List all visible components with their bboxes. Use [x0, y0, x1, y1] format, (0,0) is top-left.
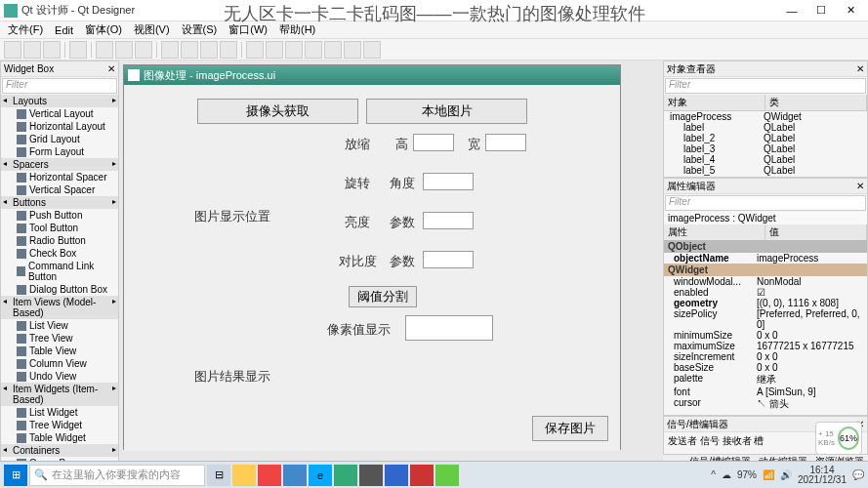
- tool-d[interactable]: [220, 41, 237, 59]
- prop-col-value[interactable]: 值: [765, 224, 867, 240]
- minimize-button[interactable]: —: [778, 2, 806, 20]
- widget-group[interactable]: Spacers: [1, 158, 118, 171]
- property-editor-filter[interactable]: Filter: [665, 195, 866, 211]
- property-row[interactable]: geometry[(0, 0), 1116 x 808]: [664, 298, 867, 308]
- obj-col-class[interactable]: 类: [765, 95, 867, 110]
- widget-group[interactable]: Buttons: [1, 196, 118, 209]
- widget-item[interactable]: Check Box: [1, 247, 118, 260]
- tool-k[interactable]: [363, 41, 381, 59]
- widget-item[interactable]: Command Link Button: [1, 260, 118, 283]
- widget-item[interactable]: Tree View: [1, 332, 118, 345]
- object-inspector-filter[interactable]: Filter: [665, 78, 866, 94]
- obj-col-object[interactable]: 对象: [664, 95, 765, 110]
- tool-save[interactable]: [43, 41, 61, 59]
- designer-window-titlebar[interactable]: 图像处理 - imageProcess.ui: [124, 65, 620, 85]
- taskbar-app-9[interactable]: [435, 465, 459, 486]
- widget-item[interactable]: Horizontal Layout: [1, 120, 118, 133]
- maximize-button[interactable]: ☐: [807, 2, 835, 20]
- tool-j[interactable]: [344, 41, 361, 59]
- tool-h[interactable]: [305, 41, 322, 59]
- tool-copy[interactable]: [115, 41, 133, 59]
- prop-group-qwidget[interactable]: QWidget: [664, 264, 867, 276]
- tool-undo[interactable]: [69, 41, 87, 59]
- widget-box-filter[interactable]: Filter: [2, 78, 117, 94]
- taskbar-app-2[interactable]: [258, 465, 281, 486]
- menu-file[interactable]: 文件(F): [4, 22, 47, 37]
- property-row[interactable]: objectNameimageProcess: [664, 253, 867, 264]
- widget-item[interactable]: Push Button: [1, 209, 118, 222]
- widget-item[interactable]: Column View: [1, 357, 118, 370]
- widget-group[interactable]: Containers: [1, 444, 118, 457]
- save-image-button[interactable]: 保存图片: [532, 416, 608, 441]
- object-row[interactable]: labelQLabel: [664, 122, 867, 133]
- tool-a[interactable]: [161, 41, 179, 59]
- widget-item[interactable]: List Widget: [1, 406, 118, 419]
- taskbar-app-1[interactable]: [232, 465, 256, 486]
- tool-paste[interactable]: [135, 41, 152, 59]
- tool-new[interactable]: [4, 41, 21, 59]
- tool-cut[interactable]: [96, 41, 113, 59]
- widget-item[interactable]: Tool Button: [1, 222, 118, 234]
- pixel-value-box[interactable]: [405, 315, 493, 341]
- width-input[interactable]: [485, 134, 526, 151]
- widget-group[interactable]: Layouts: [1, 95, 118, 107]
- taskbar-app-5[interactable]: [334, 465, 357, 486]
- widget-group[interactable]: Item Widgets (Item-Based): [1, 383, 118, 406]
- widget-item[interactable]: Vertical Spacer: [1, 183, 118, 196]
- prop-col-name[interactable]: 属性: [664, 224, 765, 240]
- tool-c[interactable]: [200, 41, 218, 59]
- threshold-button[interactable]: 阈值分割: [349, 286, 417, 307]
- property-row[interactable]: fontA [SimSun, 9]: [664, 386, 867, 397]
- taskbar-app-6[interactable]: [359, 465, 383, 486]
- property-row[interactable]: sizePolicy[Preferred, Preferred, 0, 0]: [664, 308, 867, 330]
- property-row[interactable]: palette继承: [664, 373, 867, 386]
- widget-item[interactable]: Radio Button: [1, 234, 118, 247]
- widget-item[interactable]: Horizontal Spacer: [1, 171, 118, 183]
- object-row[interactable]: label_5QLabel: [664, 165, 867, 176]
- widget-item[interactable]: Tree Widget: [1, 419, 118, 431]
- start-button[interactable]: ⊞: [4, 465, 27, 486]
- tool-g[interactable]: [285, 41, 303, 59]
- object-row[interactable]: label_2QLabel: [664, 133, 867, 143]
- widget-item[interactable]: Dialog Button Box: [1, 283, 118, 296]
- taskbar-app-4[interactable]: e: [309, 465, 332, 486]
- prop-group-qobject[interactable]: QObject: [664, 240, 867, 253]
- property-editor-close-icon[interactable]: ✕: [856, 181, 864, 191]
- widget-item[interactable]: List View: [1, 319, 118, 332]
- widget-box-close-icon[interactable]: ✕: [107, 63, 115, 74]
- property-row[interactable]: windowModal...NonModal: [664, 276, 867, 287]
- close-button[interactable]: ✕: [837, 2, 864, 20]
- property-row[interactable]: minimumSize0 x 0: [664, 330, 867, 341]
- widget-item[interactable]: Vertical Layout: [1, 107, 118, 120]
- contrast-input[interactable]: [423, 251, 474, 268]
- menu-form[interactable]: 窗体(O): [81, 22, 126, 37]
- tool-b[interactable]: [181, 41, 198, 59]
- tool-f[interactable]: [266, 41, 283, 59]
- property-row[interactable]: baseSize0 x 0: [664, 362, 867, 373]
- tray-onedrive-icon[interactable]: ☁: [722, 469, 731, 480]
- angle-input[interactable]: [423, 173, 474, 190]
- widget-list[interactable]: LayoutsVertical LayoutHorizontal LayoutG…: [1, 95, 118, 469]
- menu-settings[interactable]: 设置(S): [178, 22, 222, 37]
- tray-date[interactable]: 2021/12/31: [798, 475, 847, 485]
- tray-time[interactable]: 16:14: [809, 466, 834, 475]
- taskbar-app-7[interactable]: [385, 465, 408, 486]
- designer-window[interactable]: 图像处理 - imageProcess.ui 摄像头获取 本地图片 放缩 高 宽…: [123, 64, 621, 450]
- widget-item[interactable]: Table Widget: [1, 431, 118, 444]
- property-row[interactable]: cursor↖ 箭头: [664, 397, 867, 411]
- height-input[interactable]: [413, 134, 454, 151]
- tray-expand-icon[interactable]: ^: [711, 469, 716, 480]
- task-view-icon[interactable]: ⊟: [207, 465, 230, 486]
- widget-item[interactable]: Table View: [1, 345, 118, 357]
- taskbar-search[interactable]: 🔍 在这里输入你要搜索的内容: [29, 465, 205, 486]
- local-image-button[interactable]: 本地图片: [366, 99, 527, 124]
- tool-i[interactable]: [324, 41, 342, 59]
- widget-item[interactable]: Form Layout: [1, 145, 118, 158]
- widget-item[interactable]: Undo View: [1, 370, 118, 383]
- property-row[interactable]: sizeIncrement0 x 0: [664, 351, 867, 362]
- property-row[interactable]: maximumSize16777215 x 16777215: [664, 341, 867, 351]
- tray-speaker-icon[interactable]: 🔊: [780, 469, 792, 480]
- object-row[interactable]: imageProcessQWidget: [664, 111, 867, 122]
- brightness-input[interactable]: [423, 212, 474, 229]
- taskbar-app-8[interactable]: [410, 465, 434, 486]
